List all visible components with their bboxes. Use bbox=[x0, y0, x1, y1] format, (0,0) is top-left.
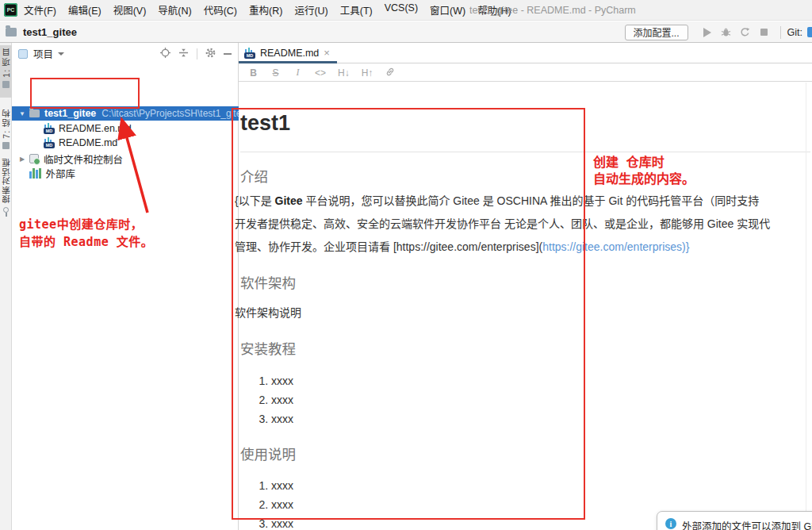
list-item: xxxx bbox=[271, 514, 293, 530]
editor-scrollbar-track[interactable] bbox=[806, 83, 806, 511]
usage-steps-list: xxxx xxxx xxxx bbox=[238, 476, 293, 530]
list-item: xxxx bbox=[271, 390, 293, 409]
list-item: xxxx bbox=[271, 476, 293, 495]
gitee-enterprises-link[interactable]: https://gitee.com/enterprises)} bbox=[542, 240, 689, 253]
list-item: xxxx bbox=[271, 371, 293, 390]
divider bbox=[240, 152, 810, 152]
notification-popup[interactable]: i 外部添加的文件可以添加到 Git bbox=[657, 511, 812, 530]
markdown-preview: test1 介绍 {以下是 Gitee 平台说明，您可以替换此简介 Gitee … bbox=[0, 0, 812, 530]
annotation-note-right: 创建 仓库时 自动生成的内容。 bbox=[593, 154, 695, 187]
section-usage-heading: 使用说明 bbox=[240, 444, 296, 463]
list-item: xxxx bbox=[271, 495, 293, 514]
section-intro-heading: 介绍 bbox=[240, 166, 268, 186]
notification-text: 外部添加的文件可以添加到 Git bbox=[682, 518, 812, 530]
pycharm-window: PC 文件(F) 编辑(E) 视图(V) 导航(N) 代码(C) 重构(R) 运… bbox=[0, 0, 812, 530]
annotation-note-left: gitee中创建仓库时， 自带的 Readme 文件。 bbox=[19, 216, 153, 251]
arch-paragraph: 软件架构说明 bbox=[235, 301, 301, 325]
section-install-heading: 安装教程 bbox=[240, 338, 296, 358]
readme-title: test1 bbox=[240, 111, 290, 136]
install-steps-list: xxxx xxxx xxxx bbox=[238, 371, 293, 428]
list-item: xxxx bbox=[271, 409, 293, 428]
info-icon: i bbox=[665, 518, 676, 529]
intro-paragraph: {以下是 Gitee 平台说明，您可以替换此简介 Gitee 是 OSCHINA… bbox=[235, 190, 770, 259]
section-arch-heading: 软件架构 bbox=[240, 272, 296, 292]
